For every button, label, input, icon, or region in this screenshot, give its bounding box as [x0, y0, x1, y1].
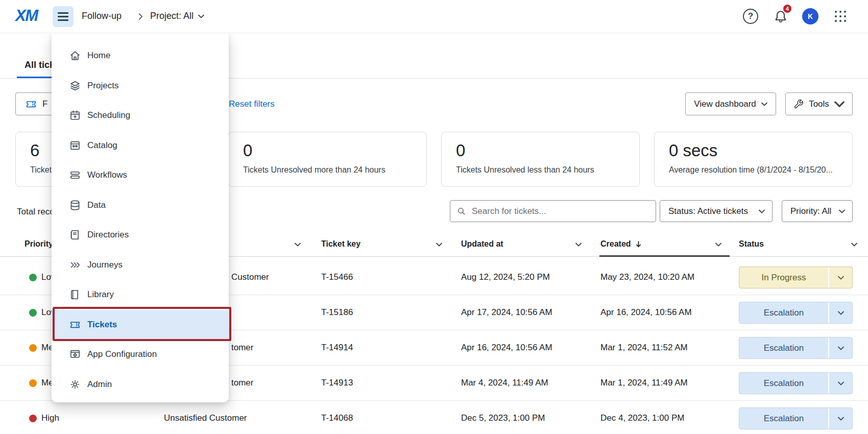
stat-label: Tickets Unresolved more than 24 hours: [243, 165, 412, 175]
stat-label: Average resolution time (8/1/2024 - 8/15…: [669, 165, 838, 175]
ticket-icon: [25, 98, 37, 110]
status-badge: Escalation: [739, 337, 828, 358]
nav-item-tickets[interactable]: Tickets: [52, 310, 229, 340]
nav-item-home[interactable]: Home: [52, 41, 229, 71]
ticket-search: [450, 200, 656, 222]
priority-cell: High: [41, 401, 59, 434]
chevron-down-icon[interactable]: [829, 408, 852, 429]
nav-item-app-configuration[interactable]: App Configuration: [52, 340, 229, 370]
status-badge: Escalation: [739, 373, 828, 394]
chevron-down-icon: [834, 99, 845, 109]
chevron-down-icon[interactable]: [829, 302, 852, 323]
chevron-down-icon: [839, 209, 845, 213]
nav-item-scheduling[interactable]: Scheduling: [52, 101, 229, 131]
nav-item-workflows[interactable]: Workflows: [52, 160, 229, 190]
priority-filter-dropdown[interactable]: Priority: All: [782, 200, 853, 222]
data-icon: [69, 199, 81, 211]
app-switcher-icon[interactable]: [833, 9, 848, 23]
nav-item-label: Library: [87, 290, 114, 300]
reset-filters-link[interactable]: Reset filters: [229, 99, 275, 109]
tickets-icon: [69, 319, 81, 331]
xm-logo: XM: [15, 7, 38, 25]
stat-card-unresolved-less-24h: 0 Tickets Unresolved less than 24 hours: [441, 132, 640, 187]
name-cell: Unsatisfied Customer: [164, 401, 247, 434]
status-dropdown[interactable]: In Progress: [739, 267, 853, 288]
nav-item-label: Admin: [87, 379, 112, 390]
stat-value: 0 secs: [669, 140, 838, 161]
home-icon: [69, 50, 81, 62]
status-badge: Escalation: [739, 408, 828, 429]
sort-descending-icon[interactable]: [635, 241, 642, 248]
nav-item-journeys[interactable]: Journeys: [52, 250, 229, 280]
wrench-icon: [793, 99, 804, 109]
breadcrumb-project-dropdown[interactable]: Project: All: [150, 11, 204, 21]
priority-dot: [29, 379, 37, 387]
nav-item-projects[interactable]: Projects: [52, 71, 229, 101]
status-dropdown[interactable]: Escalation: [739, 372, 853, 394]
created-cell: Mar 1, 2024, 11:49 AM: [600, 366, 688, 400]
breadcrumb-section: Follow-up: [82, 11, 122, 21]
user-avatar[interactable]: K: [802, 8, 818, 25]
created-cell: Dec 4, 2023, 1:00 PM: [600, 401, 684, 434]
sorted-column-underline: [599, 255, 730, 257]
nav-item-catalog[interactable]: Catalog: [52, 131, 229, 161]
nav-item-label: Workflows: [87, 170, 127, 180]
nav-item-label: Catalog: [87, 140, 117, 151]
chevron-down-icon[interactable]: [829, 337, 852, 358]
column-header-priority: Priority: [25, 239, 53, 249]
status-filter-dropdown[interactable]: Status: Active tickets: [660, 200, 773, 222]
column-menu-chevron-icon[interactable]: [436, 243, 442, 247]
nav-item-label: Home: [87, 51, 110, 61]
nav-item-library[interactable]: Library: [52, 280, 229, 310]
navigation-menu: Home Projects Scheduling Catalog Workflo…: [52, 33, 229, 402]
column-header-updated-at: Updated at: [461, 239, 503, 249]
stat-label: Tickets Unresolved less than 24 hours: [456, 165, 625, 175]
library-icon: [69, 288, 81, 301]
updated-at-cell: Dec 5, 2023, 1:00 PM: [461, 401, 545, 434]
nav-item-label: Tickets: [87, 320, 117, 330]
nav-item-directories[interactable]: Directories: [52, 220, 229, 250]
ticket-key-cell: T-15466: [321, 260, 353, 295]
ticket-key-cell: T-14914: [321, 330, 353, 365]
column-header-created: Created: [600, 239, 642, 249]
priority-dot: [29, 415, 37, 422]
nav-item-label: Journeys: [87, 260, 123, 270]
table-row[interactable]: High Unsatisfied Customer T-14068 Dec 5,…: [0, 401, 868, 434]
column-menu-chevron-icon[interactable]: [851, 243, 857, 247]
nav-item-label: Data: [87, 200, 106, 210]
help-button[interactable]: ?: [743, 9, 758, 24]
updated-at-cell: Mar 4, 2024, 11:49 AM: [461, 366, 548, 400]
workflows-icon: [69, 169, 81, 181]
status-dropdown[interactable]: Escalation: [739, 302, 853, 324]
status-dropdown[interactable]: Escalation: [739, 337, 853, 359]
hamburger-menu-button[interactable]: [53, 6, 74, 27]
view-dashboard-label: View dashboard: [694, 99, 756, 109]
nav-item-admin[interactable]: Admin: [52, 370, 229, 400]
priority-dot: [29, 309, 37, 317]
created-cell: May 23, 2024, 10:20 AM: [600, 260, 694, 295]
chevron-down-icon[interactable]: [829, 267, 852, 288]
ticket-key-cell: T-14913: [321, 366, 353, 400]
column-menu-chevron-icon[interactable]: [715, 243, 721, 247]
ticket-key-cell: T-14068: [321, 401, 353, 434]
priority-dot: [29, 344, 37, 352]
status-badge: In Progress: [739, 267, 828, 288]
chevron-right-icon: [138, 13, 143, 20]
chevron-down-icon[interactable]: [829, 373, 852, 394]
status-dropdown[interactable]: Escalation: [739, 407, 853, 429]
status-filter-label: Status: Active tickets: [668, 206, 748, 216]
created-header-label: Created: [600, 239, 631, 249]
updated-at-cell: Aug 12, 2024, 5:20 PM: [461, 260, 550, 295]
directories-icon: [69, 229, 81, 241]
nav-item-data[interactable]: Data: [52, 190, 229, 221]
top-bar: XM Follow-up Project: All ? 4 K: [0, 0, 868, 33]
column-menu-chevron-icon[interactable]: [295, 243, 301, 247]
view-dashboard-button[interactable]: View dashboard: [685, 92, 776, 115]
app-configuration-icon: [69, 348, 81, 360]
tools-button[interactable]: Tools: [785, 92, 853, 115]
priority-dot: [29, 274, 37, 281]
column-menu-chevron-icon[interactable]: [575, 243, 582, 247]
search-input[interactable]: [472, 206, 649, 216]
priority-filter-label: Priority: All: [790, 206, 831, 216]
search-icon: [456, 206, 467, 216]
